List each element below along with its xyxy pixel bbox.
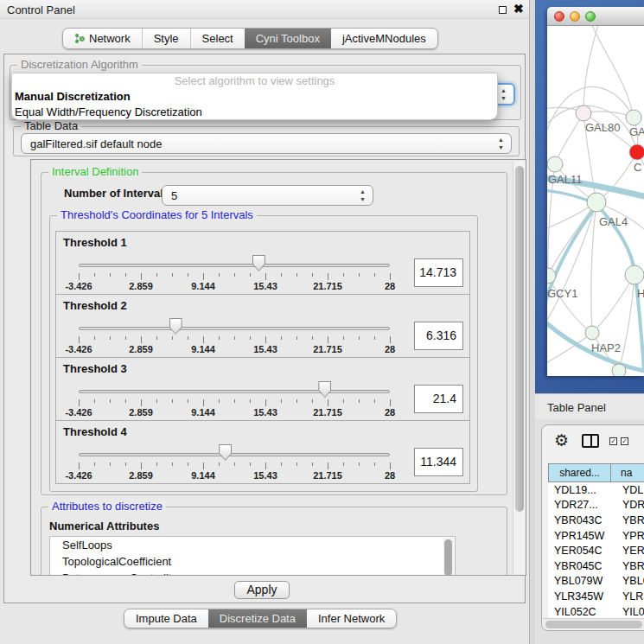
columns-icon[interactable] [582, 434, 599, 448]
tick-mark [219, 336, 220, 340]
table-row[interactable]: YIL052CYIL0 [548, 604, 644, 618]
tick-mark [172, 273, 173, 277]
minimize-traffic-light-icon[interactable] [570, 11, 580, 22]
tab-network[interactable]: Network [63, 29, 143, 48]
tick-mark [250, 399, 251, 403]
gear-icon[interactable]: ⚙ [554, 430, 569, 450]
list-scrollbar[interactable] [443, 538, 454, 576]
column-header-name[interactable]: na [611, 463, 644, 482]
table-row[interactable]: YPR145WYPR1 [548, 528, 644, 544]
slider-thumb[interactable] [252, 255, 265, 271]
network-node-c[interactable] [629, 144, 644, 160]
tick-label: 9.144 [191, 470, 215, 481]
slider-thumb[interactable] [219, 444, 232, 461]
column-header-shared-name[interactable]: shared... [548, 463, 611, 482]
tick-mark [374, 462, 375, 466]
table-row[interactable]: YBL079WYBL0 [548, 574, 644, 590]
slider-thumb[interactable] [169, 318, 182, 335]
list-item[interactable]: BetweennessCentrality [50, 570, 455, 576]
number-of-intervals-combo[interactable]: 5 ▲▼ [162, 185, 373, 206]
close-traffic-light-icon[interactable] [554, 11, 564, 22]
tick-mark [79, 399, 80, 406]
vertical-scrollbar[interactable] [513, 161, 525, 576]
tick-mark [390, 336, 391, 343]
popup-item-manual-discretization[interactable]: Manual Discretization [12, 89, 497, 105]
tick-mark [94, 399, 95, 403]
table-row[interactable]: YER054CYER0 [548, 543, 644, 558]
tick-mark [125, 336, 126, 340]
network-node-hap2[interactable] [585, 326, 599, 340]
network-node-ga[interactable] [626, 110, 641, 125]
slider-track[interactable] [79, 390, 390, 393]
top-tab-bar: NetworkStyleSelectCyni ToolboxjActiveMNo… [62, 28, 438, 49]
network-node-gal11[interactable] [547, 156, 563, 172]
network-edge[interactable] [591, 202, 596, 333]
table-data-combo[interactable]: galFiltered.sif default node ▲▼ [21, 133, 512, 154]
numerical-attributes-list[interactable]: SelfLoopsTopologicalCoefficientBetweenne… [49, 536, 456, 576]
table-row[interactable]: YLR345WYLR3 [548, 589, 644, 604]
threshold-value-field[interactable]: 11.344 [414, 448, 463, 476]
network-canvas[interactable]: GAL80GACGAL11GAL4GCY1HHAP2 [547, 26, 644, 376]
numerical-attributes-label: Numerical Attributes [49, 520, 159, 532]
right-panel: GAL80GACGAL11GAL4GCY1HHAP2 Table Panel ⚙… [535, 0, 644, 644]
threshold-slider[interactable]: -3.4262.8599.14415.4321.71528 [79, 421, 390, 485]
network-edge[interactable] [555, 113, 583, 164]
tab-discretize-data[interactable]: Discretize Data [208, 609, 307, 628]
checkbox-icon[interactable]: ✓ [609, 437, 617, 445]
list-item[interactable]: SelfLoops [50, 537, 455, 553]
tick-mark [188, 336, 188, 340]
table-row[interactable]: YDR27...YDR2 [548, 498, 644, 513]
network-window[interactable]: GAL80GACGAL11GAL4GCY1HHAP2 [547, 7, 644, 376]
threshold-value-field[interactable]: 6.316 [414, 322, 463, 350]
float-window-icon[interactable] [499, 6, 507, 14]
apply-button[interactable]: Apply [234, 581, 290, 599]
popup-item-equal-width[interactable]: Equal Width/Frequency Discretization [12, 105, 497, 120]
tab-jactivemnodules[interactable]: jActiveMNodules [331, 29, 437, 48]
slider-track[interactable] [79, 327, 390, 330]
close-icon[interactable]: ✖ [513, 2, 524, 16]
network-edge[interactable] [548, 276, 592, 333]
table-row[interactable]: YBR045CYBR0 [548, 558, 644, 574]
slider-track[interactable] [79, 453, 390, 456]
cell-name: YBR0 [611, 560, 644, 572]
threshold-value-field[interactable]: 21.4 [414, 385, 463, 413]
tick-mark [203, 462, 204, 469]
zoom-traffic-light-icon[interactable] [585, 11, 596, 22]
tab-infer-network[interactable]: Infer Network [307, 609, 396, 628]
slider-track[interactable] [79, 264, 390, 267]
tab-impute-data[interactable]: Impute Data [124, 609, 209, 628]
network-edge[interactable] [547, 202, 596, 327]
network-node-gal80[interactable] [576, 105, 591, 121]
popup-placeholder-item[interactable]: Select algorithm to view settings [12, 73, 497, 89]
checkbox-icon[interactable]: ✓ [621, 437, 628, 445]
tick-mark [312, 462, 313, 466]
network-node-gal4[interactable] [587, 193, 606, 212]
tick-mark [234, 336, 235, 340]
tab-select[interactable]: Select [191, 29, 245, 48]
tab-cyni-toolbox[interactable]: Cyni Toolbox [245, 29, 331, 48]
tab-style[interactable]: Style [143, 29, 191, 48]
slider-thumb[interactable] [318, 381, 331, 398]
cell-shared-name: YIL052C [548, 606, 611, 618]
network-edge[interactable] [592, 275, 634, 333]
tick-label: 21.715 [313, 281, 342, 291]
tab-label: Network [89, 32, 131, 45]
threshold-slider[interactable]: -3.4262.8599.14415.4321.71528 [79, 295, 390, 359]
table-row[interactable]: YBR043CYBR0 [548, 513, 644, 528]
tick-mark [219, 462, 220, 466]
network-edge[interactable] [583, 26, 599, 113]
tick-label: 21.715 [313, 470, 342, 481]
threshold-value-field[interactable]: 14.713 [414, 258, 463, 287]
tick-mark [312, 273, 313, 277]
network-node[interactable] [612, 364, 626, 376]
table-row[interactable]: YDL19...YDL1 [548, 482, 644, 498]
tab-label: Impute Data [136, 612, 197, 625]
network-node-h[interactable] [625, 265, 644, 284]
threshold-slider[interactable]: -3.4262.8599.14415.4321.71528 [79, 232, 390, 296]
network-edge[interactable] [590, 26, 634, 118]
list-item[interactable]: TopologicalCoefficient [50, 553, 455, 570]
network-edge[interactable] [619, 275, 634, 371]
horizontal-scrollbar[interactable] [543, 618, 644, 628]
tick-label: -3.426 [65, 407, 92, 418]
threshold-slider[interactable]: -3.4262.8599.14415.4321.71528 [79, 358, 390, 422]
